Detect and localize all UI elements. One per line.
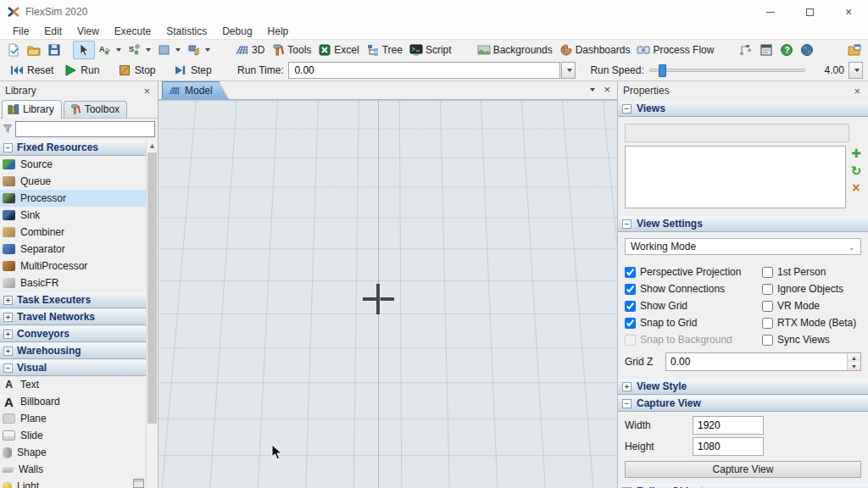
tab-model[interactable]: Model (162, 81, 229, 99)
tools-button[interactable]: Tools (268, 42, 314, 58)
collapse-icon[interactable]: − (3, 363, 13, 373)
menu-statistics[interactable]: Statistics (159, 25, 214, 38)
checkbox-input[interactable] (625, 267, 636, 278)
stop-button[interactable]: Stop (113, 62, 161, 79)
run-speed-slider-handle[interactable] (659, 64, 666, 77)
checkbox-input[interactable] (762, 318, 773, 329)
menu-file[interactable]: File (5, 25, 36, 38)
library-item-shape[interactable]: Shape (0, 444, 146, 461)
menu-debug[interactable]: Debug (214, 25, 259, 38)
checkbox-input[interactable] (625, 318, 636, 329)
library-item-source[interactable]: Source (0, 156, 146, 173)
library-section-visual[interactable]: −Visual (0, 359, 146, 376)
expand-icon[interactable]: + (622, 382, 632, 391)
library-item-plane[interactable]: Plane (0, 410, 146, 427)
maximize-button[interactable] (790, 0, 829, 24)
delete-view-icon[interactable]: × (852, 180, 860, 196)
collapse-icon[interactable]: − (622, 219, 632, 229)
checkbox-input[interactable] (625, 284, 636, 295)
model-structure-button[interactable] (736, 42, 756, 58)
step-button[interactable]: Step (169, 62, 217, 79)
run-speed-dropdown[interactable] (849, 62, 863, 79)
checkbox-input[interactable] (762, 267, 773, 278)
minimize-button[interactable] (751, 0, 790, 24)
checkbox-show-connections[interactable]: Show Connections (625, 280, 762, 297)
menu-execute[interactable]: Execute (107, 25, 159, 38)
section-capture-view[interactable]: − Capture View (618, 395, 868, 412)
library-item-slide[interactable]: Slide (0, 427, 146, 444)
collapse-icon[interactable]: − (622, 399, 632, 408)
checkbox-show-grid[interactable]: Show Grid (625, 297, 762, 314)
checkbox-sync-views[interactable]: Sync Views (762, 331, 861, 348)
add-view-icon[interactable]: ✚ (851, 146, 861, 162)
a-connect-button[interactable]: A (95, 42, 125, 58)
capture-view-button[interactable]: Capture View (625, 461, 861, 478)
library-item-light[interactable]: Light (0, 478, 146, 488)
menu-view[interactable]: View (70, 25, 107, 38)
s-connect-dropdown-icon[interactable] (146, 48, 151, 52)
library-item-combiner[interactable]: Combiner (0, 224, 146, 241)
checkbox-vr-mode[interactable]: VR Mode (762, 297, 861, 314)
library-item-processor[interactable]: Processor (0, 190, 146, 207)
grid-z-spinner[interactable]: ▲▼ (847, 353, 860, 370)
windows-button[interactable] (756, 42, 776, 58)
library-item-queue[interactable]: Queue (0, 173, 146, 190)
excel-button[interactable]: Excel (314, 42, 362, 58)
tab-library[interactable]: Library (2, 100, 62, 119)
process-flow-button[interactable]: Process Flow (633, 42, 717, 58)
library-filter-input[interactable] (15, 121, 155, 137)
menu-edit[interactable]: Edit (36, 25, 70, 38)
section-follow-object[interactable]: − Follow Object (618, 483, 868, 488)
perspective-button[interactable] (184, 42, 214, 58)
collapse-icon[interactable]: − (622, 104, 632, 114)
view-mode-dropdown-icon[interactable] (175, 48, 181, 52)
library-item-sink[interactable]: Sink (0, 207, 146, 224)
library-section-conveyors[interactable]: +Conveyors (0, 325, 146, 342)
scrollbar-thumb[interactable] (147, 152, 157, 424)
checkbox-input[interactable] (625, 301, 636, 312)
checkbox-perspective-projection[interactable]: Perspective Projection (625, 263, 762, 280)
library-close-icon[interactable]: × (141, 85, 153, 97)
checkbox-input[interactable] (762, 335, 773, 346)
capture-height-input[interactable] (693, 437, 764, 456)
section-views[interactable]: − Views (618, 100, 868, 117)
checkbox-input[interactable] (625, 335, 636, 346)
tab-close-icon[interactable]: × (604, 83, 610, 96)
tab-toolbox[interactable]: Toolbox (64, 101, 127, 118)
dashboards-button[interactable]: Dashboards (556, 42, 634, 58)
library-item-basicfr[interactable]: BasicFR (0, 274, 146, 291)
spin-up-icon[interactable]: ▲ (848, 353, 860, 362)
scroll-up-icon[interactable]: ▲ (147, 139, 158, 152)
library-item-billboard[interactable]: ABillboard (0, 393, 146, 410)
checkbox-1st-person[interactable]: 1st Person (762, 263, 861, 280)
grid-z-input[interactable] (666, 353, 847, 370)
help-button[interactable]: ? (776, 42, 797, 58)
section-view-style[interactable]: + View Style (618, 378, 868, 395)
select-tool-button[interactable] (73, 41, 95, 59)
expand-icon[interactable]: + (3, 313, 13, 322)
library-section-travel-networks[interactable]: +Travel Networks (0, 308, 146, 325)
online-content-button[interactable] (797, 42, 817, 58)
properties-close-icon[interactable]: × (851, 85, 863, 97)
a-connect-dropdown-icon[interactable] (116, 48, 121, 52)
section-view-settings[interactable]: − View Settings (618, 215, 868, 232)
capture-width-input[interactable] (693, 416, 764, 435)
expand-icon[interactable]: + (3, 296, 13, 305)
backgrounds-button[interactable]: Backgrounds (474, 42, 556, 58)
checkbox-rtx-mode-beta[interactable]: RTX Mode (Beta) (762, 314, 861, 331)
tree-button[interactable]: Tree (363, 42, 406, 58)
s-connect-button[interactable]: S (125, 42, 154, 58)
checkbox-snap-to-background[interactable]: Snap to Background (625, 331, 762, 348)
script-button[interactable]: Script (406, 42, 455, 58)
library-item-multiprocessor[interactable]: MultiProcessor (0, 258, 146, 274)
library-section-warehousing[interactable]: +Warehousing (0, 342, 146, 359)
reset-button[interactable]: Reset (5, 62, 58, 79)
tab-list-dropdown-icon[interactable] (590, 88, 595, 92)
run-time-input[interactable] (288, 62, 560, 79)
perspective-dropdown-icon[interactable] (205, 48, 210, 52)
expand-icon[interactable]: + (3, 347, 13, 356)
checkbox-snap-to-grid[interactable]: Snap to Grid (625, 314, 762, 331)
menu-help[interactable]: Help (260, 25, 297, 38)
refresh-views-icon[interactable]: ↻ (851, 163, 862, 179)
collapse-icon[interactable]: − (3, 143, 13, 152)
